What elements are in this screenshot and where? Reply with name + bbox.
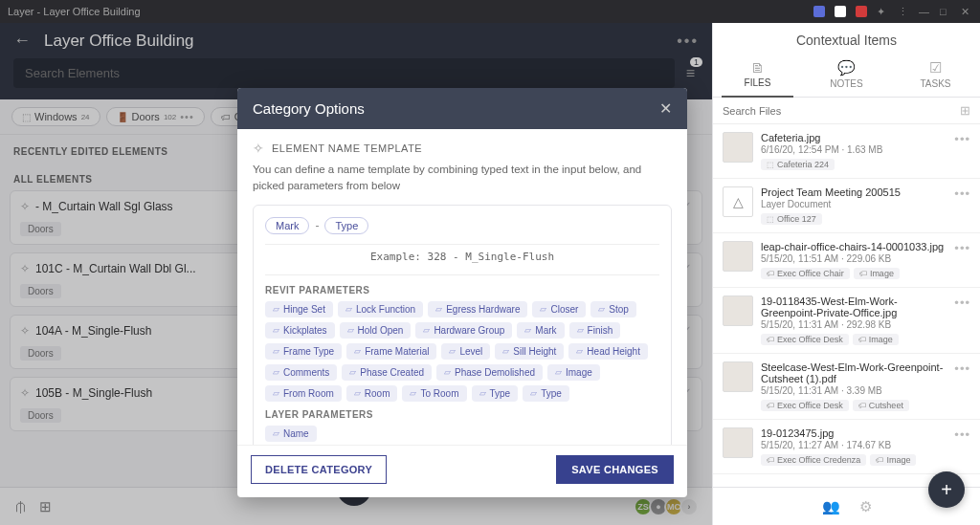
param-tag[interactable]: ▱Lock Function: [338, 301, 423, 317]
file-tag: 🏷Exec Office Desk: [761, 400, 849, 411]
param-tag[interactable]: ▱Closer: [532, 301, 586, 317]
param-tag[interactable]: ▱Stop: [590, 301, 636, 317]
file-thumbnail: [723, 427, 753, 458]
ext-icon-2[interactable]: [835, 6, 846, 17]
file-item[interactable]: Cafeteria.jpg6/16/20, 12:54 PM · 1.63 MB…: [713, 124, 980, 179]
param-tag[interactable]: ▱Image: [547, 364, 600, 381]
param-tag[interactable]: ▱Egress Hardware: [428, 301, 527, 317]
param-tag[interactable]: ▱From Room: [265, 385, 342, 402]
param-icon: ▱: [273, 388, 279, 398]
minimize-icon[interactable]: —: [919, 6, 930, 17]
param-icon: ▱: [502, 346, 509, 356]
param-tag[interactable]: ▱Hinge Set: [265, 301, 333, 317]
tag-icon: 🏷: [858, 336, 866, 344]
file-more-icon[interactable]: •••: [954, 295, 970, 345]
param-tag[interactable]: ▱Room: [346, 385, 398, 402]
param-icon: ▱: [479, 388, 486, 398]
file-name: Steelcase-West-Elm-Work-Greenpoint-Cutsh…: [761, 361, 947, 384]
param-tag[interactable]: ▱Phase Demolished: [436, 364, 543, 381]
param-icon: ▱: [540, 304, 546, 314]
files-search-input[interactable]: [723, 105, 960, 117]
settings-icon[interactable]: ⚙: [859, 498, 872, 515]
file-more-icon[interactable]: •••: [954, 132, 970, 170]
tag-icon: 🏷: [859, 270, 867, 278]
file-meta: 6/16/20, 12:54 PM · 1.63 MB: [761, 144, 947, 155]
param-tag[interactable]: ▱Hardware Group: [415, 322, 512, 339]
param-icon: ▱: [273, 367, 279, 377]
param-icon: ▱: [449, 346, 456, 356]
template-pill-type[interactable]: Type: [324, 217, 368, 234]
tag-icon: 🏷: [767, 456, 774, 465]
param-icon: ▱: [423, 325, 430, 335]
param-icon: ▱: [577, 325, 584, 335]
param-tag[interactable]: ▱Phase Created: [342, 364, 432, 381]
category-options-modal: Category Options ✕ ✧ ELEMENT NAME TEMPLA…: [237, 88, 687, 497]
param-tag[interactable]: ▱To Room: [402, 385, 466, 402]
param-icon: ▱: [347, 325, 354, 335]
template-pill-mark[interactable]: Mark: [265, 217, 309, 234]
ext-icon-3[interactable]: [856, 6, 867, 17]
file-more-icon[interactable]: •••: [954, 186, 970, 225]
param-tag[interactable]: ▱Frame Material: [346, 343, 436, 360]
param-tag[interactable]: ▱Sill Height: [495, 343, 564, 360]
param-tag[interactable]: ▱Type: [472, 385, 519, 402]
template-input[interactable]: Mark - Type: [265, 217, 659, 234]
add-button[interactable]: +: [928, 471, 965, 508]
param-tag[interactable]: ▱Name: [265, 426, 317, 442]
file-more-icon[interactable]: •••: [954, 241, 970, 279]
file-item[interactable]: leap-chair-office-chairs-14-0001033.jpg5…: [713, 233, 980, 288]
param-icon: ▱: [410, 388, 416, 398]
more-icon[interactable]: ⋮: [898, 6, 909, 17]
param-icon: ▱: [273, 325, 279, 335]
param-tag[interactable]: ▱Type: [523, 385, 569, 402]
param-tag[interactable]: ▱Hold Open: [340, 322, 412, 339]
file-item[interactable]: 19-0118435-West-Elm-Work-Greenpoint-Priv…: [713, 288, 980, 354]
file-thumbnail: [723, 361, 753, 392]
close-window-icon[interactable]: ✕: [961, 6, 972, 17]
save-changes-button[interactable]: SAVE CHANGES: [556, 455, 674, 484]
param-tag[interactable]: ▱Finish: [569, 322, 621, 339]
people-icon[interactable]: 👥: [822, 498, 840, 515]
file-tag: 🏷Cutsheet: [853, 400, 909, 411]
tab-files[interactable]: 🗎FILES: [713, 54, 802, 97]
tab-notes[interactable]: 💬NOTES: [802, 54, 891, 97]
param-tag[interactable]: ▱Head Height: [568, 343, 648, 360]
tag-icon: 🏷: [858, 402, 866, 410]
maximize-icon[interactable]: □: [940, 6, 951, 17]
param-icon: ▱: [435, 304, 442, 314]
delete-category-button[interactable]: DELETE CATEGORY: [251, 455, 387, 484]
extensions-icon[interactable]: ✦: [877, 6, 888, 17]
grid-view-icon[interactable]: ⊞: [960, 103, 970, 118]
tab-tasks[interactable]: ☑TASKS: [891, 54, 980, 97]
tasks-icon: ☑: [891, 59, 980, 77]
file-meta: Layer Document: [761, 199, 947, 209]
template-box: Mark - Type Example: 328 - M_Single-Flus…: [253, 205, 672, 446]
param-icon: ▱: [354, 388, 361, 398]
param-tag[interactable]: ▱Frame Type: [265, 343, 342, 360]
contextual-tabs: 🗎FILES 💬NOTES ☑TASKS: [713, 54, 980, 98]
file-more-icon[interactable]: •••: [954, 427, 970, 466]
puzzle-icon: ✧: [253, 141, 264, 156]
tag-icon: 🏷: [876, 456, 883, 465]
revit-params: ▱Hinge Set▱Lock Function▱Egress Hardware…: [265, 301, 659, 402]
contextual-panel: Contextual Items 🗎FILES 💬NOTES ☑TASKS ⊞ …: [712, 23, 980, 525]
file-thumbnail: [723, 132, 753, 163]
window-titlebar: Layer - Layer Office Building ✦ ⋮ — □ ✕: [0, 0, 980, 23]
file-item[interactable]: 19-0123475.jpg5/15/20, 11:27 AM · 174.67…: [713, 420, 980, 474]
param-tag[interactable]: ▱Level: [441, 343, 490, 360]
tag-icon: 🏷: [767, 336, 774, 344]
file-more-icon[interactable]: •••: [954, 361, 970, 411]
param-icon: ▱: [345, 304, 352, 314]
tag-icon: 🏷: [767, 402, 774, 410]
param-tag[interactable]: ▱Mark: [517, 322, 564, 339]
layer-params-label: LAYER PARAMETERS: [265, 409, 659, 420]
ext-icon[interactable]: [813, 6, 825, 17]
close-icon[interactable]: ✕: [659, 99, 672, 118]
param-tag[interactable]: ▱Comments: [265, 364, 337, 381]
param-icon: ▱: [598, 304, 605, 314]
file-item[interactable]: △Project Team Meeting 200515Layer Docume…: [713, 179, 980, 233]
revit-params-label: REVIT PARAMETERS: [265, 285, 659, 295]
param-icon: ▱: [530, 388, 537, 398]
file-item[interactable]: Steelcase-West-Elm-Work-Greenpoint-Cutsh…: [713, 354, 980, 420]
param-tag[interactable]: ▱Kickplates: [265, 322, 335, 339]
